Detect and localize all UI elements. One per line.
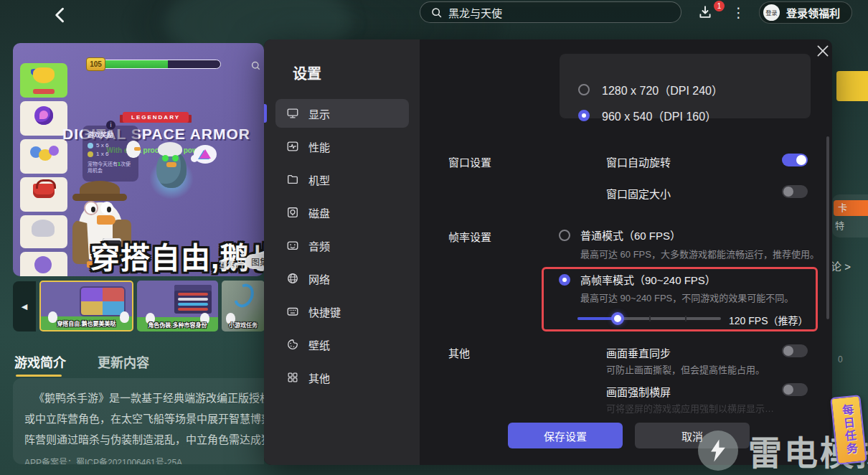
counter-value: 0: [838, 354, 843, 365]
section-label-other: 其他: [448, 345, 470, 360]
back-button[interactable]: [50, 4, 72, 26]
level-badge: 105: [86, 57, 105, 71]
radio-icon[interactable]: [578, 84, 590, 95]
gallery-pill-button[interactable]: 图集: [245, 254, 264, 269]
back-icon: [50, 4, 72, 26]
resolution-option-960x540[interactable]: 960 x 540（DPI 160）: [578, 107, 717, 124]
login-label: 登录领福利: [786, 5, 840, 20]
hero-menu-button: [20, 63, 67, 98]
other-grid-icon: [286, 371, 299, 384]
hero-menu-button: [20, 215, 67, 248]
performance-icon: [286, 140, 299, 153]
close-icon: [815, 43, 831, 59]
info-icon: i: [106, 121, 115, 130]
hero-menu-button: [20, 252, 67, 276]
dialog-title: 设置: [293, 62, 321, 83]
hotkey-icon: [286, 305, 299, 318]
tab-game-intro[interactable]: 游戏简介: [14, 352, 66, 371]
row-label-auto-rotate: 窗口自动旋转: [606, 154, 671, 169]
tab-update-notes[interactable]: 更新内容: [98, 352, 149, 371]
fps-value-label: 120 FPS（推荐）: [729, 313, 808, 327]
more-menu-button[interactable]: ⋮: [732, 3, 745, 23]
save-settings-button[interactable]: 保存设置: [508, 423, 623, 448]
toggle-force-landscape[interactable]: [782, 383, 808, 396]
sidebar-item-network[interactable]: 网络: [275, 264, 409, 293]
mini-duck: [126, 141, 141, 158]
sidebar-item-hotkeys[interactable]: 快捷键: [275, 297, 409, 326]
game-description: 《鹅鸭杀手游》是一款基于经典端游改编正版授权的多人在 或中立阵营角色，在太空飞船…: [13, 378, 264, 464]
sidebar-item-audio[interactable]: 音频: [275, 231, 409, 260]
section-label-fps: 帧率设置: [448, 229, 491, 244]
item-title: DIGITAL SPACE ARMOR: [13, 126, 264, 143]
resolution-panel: 1280 x 720（DPI 240） 960 x 540（DPI 160）: [560, 54, 811, 118]
prev-arrow-icon: ◀: [22, 302, 27, 311]
game-hero-screenshot[interactable]: 105 LEGENDARY DIGITAL SPACE ARMOR With e…: [13, 43, 264, 276]
radio-icon[interactable]: [559, 230, 570, 241]
active-indicator: [264, 104, 267, 123]
login-button[interactable]: 登录 登录领福利: [759, 1, 852, 24]
rarity-ribbon: LEGENDARY: [123, 112, 189, 123]
download-icon: [697, 4, 713, 21]
hero-menu-button: [20, 139, 67, 174]
disk-icon: [286, 206, 299, 219]
daily-task-badge[interactable]: 每日任务: [830, 395, 867, 465]
progress-bar: [100, 60, 221, 69]
search-query: 黑龙与天使: [448, 5, 502, 20]
radio-icon[interactable]: [578, 110, 590, 121]
media-thumbnail[interactable]: 穿搭自由.鹅也要美美哒: [39, 281, 133, 331]
sidebar-item-device[interactable]: 机型: [275, 165, 409, 194]
fps-normal-desc: 最高可达 60 FPS，大多数游戏都能流畅运行，推荐使用。: [580, 247, 819, 260]
search-input[interactable]: 黑龙与天使: [420, 1, 681, 23]
download-badge: 1: [714, 1, 725, 11]
hero-caption: 穿搭自由,鹅也要: [90, 234, 264, 276]
toggle-vsync[interactable]: [782, 344, 808, 357]
radio-icon[interactable]: [559, 274, 570, 286]
sidebar-item-wallpaper[interactable]: 壁纸: [275, 330, 409, 359]
dialog-scrollbar[interactable]: [826, 136, 829, 319]
trailer-label[interactable]: 宣传片: [219, 258, 245, 270]
prev-media-button[interactable]: ◀: [13, 281, 36, 331]
audio-icon: [286, 239, 299, 252]
network-icon: [286, 272, 299, 285]
fps-high-desc: 最高可达 90~240 FPS，不同游戏的效果可能不同。: [580, 291, 793, 304]
speech-bubble: [194, 145, 217, 164]
row-label-fixed-size: 窗口固定大小: [606, 186, 671, 201]
hero-search-icon: [250, 60, 261, 71]
slider-thumb[interactable]: [611, 312, 624, 325]
gift-tag-fragment: 卡: [834, 200, 868, 216]
download-manager-button[interactable]: 1: [697, 4, 719, 24]
media-thumbnail[interactable]: 小游戏任务: [222, 281, 265, 331]
reward-title: 游戏奖励: [88, 130, 133, 139]
sidebar-item-display[interactable]: 显示: [275, 99, 409, 128]
duck-beak: [166, 162, 176, 167]
discussion-link-fragment[interactable]: 论 >: [831, 258, 851, 273]
toggle-auto-rotate[interactable]: [782, 154, 808, 166]
rail-text-fragment: 特: [835, 218, 844, 232]
sidebar-item-performance[interactable]: 性能: [275, 132, 409, 161]
download-cta-fragment[interactable]: [836, 71, 868, 101]
fps-option-normal[interactable]: 普通模式（60 FPS）: [559, 227, 681, 243]
settings-dialog: 设置 显示 性能 机型 磁盘 音频 网络 快捷键: [264, 39, 832, 465]
section-label-window: 窗口设置: [448, 154, 491, 169]
slider-tick: [685, 316, 687, 321]
sidebar-item-other[interactable]: 其他: [275, 363, 409, 392]
fps-slider[interactable]: [577, 312, 721, 325]
fps-option-high[interactable]: 高帧率模式（90~240 FPS）: [559, 272, 716, 287]
search-icon: [430, 6, 443, 19]
media-thumbnail[interactable]: 角色伪装.多种市容身份: [137, 281, 218, 331]
sidebar-item-disk[interactable]: 磁盘: [275, 198, 409, 227]
duck-hair: [158, 142, 182, 156]
toggle-fixed-size[interactable]: [782, 185, 808, 198]
close-button[interactable]: [815, 43, 832, 60]
force-landscape-desc: 可将竖屏的游戏或应用强制以横屏显示…: [606, 401, 774, 415]
row-label-vsync: 画面垂直同步: [606, 345, 671, 360]
wallpaper-icon: [286, 338, 299, 351]
display-icon: [286, 107, 299, 120]
hero-menu-button: [20, 177, 67, 212]
row-label-force-landscape: 画面强制横屏: [606, 384, 671, 399]
resolution-option-1280x720[interactable]: 1280 x 720（DPI 240）: [578, 81, 723, 98]
vsync-desc: 可防止画面撕裂，但会提高性能占用。: [606, 362, 765, 376]
device-icon: [286, 173, 299, 186]
avatar: 登录: [763, 4, 780, 21]
reward-note: 宠物今天还有1次使用机会: [88, 161, 133, 174]
